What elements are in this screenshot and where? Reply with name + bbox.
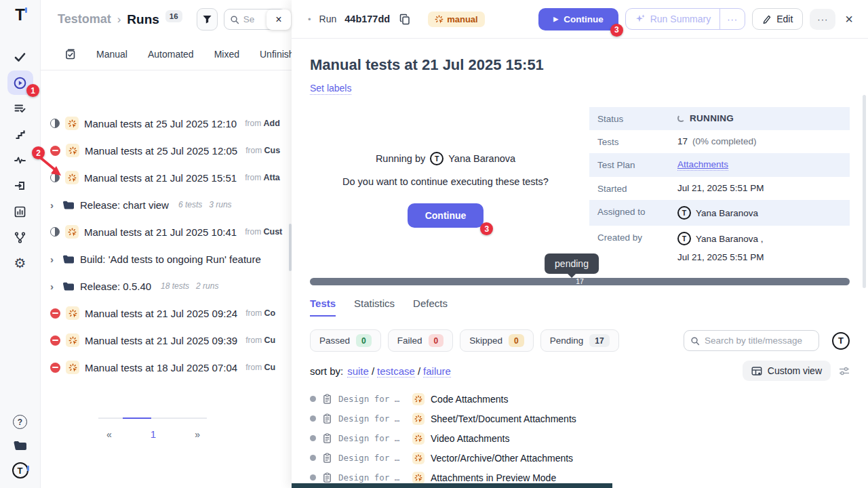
pending-tooltip: pending xyxy=(545,253,599,274)
chip-passed[interactable]: Passed0 xyxy=(310,329,381,352)
status-filter-chips: Passed0 Failed0 Skipped0 Pending17 Searc… xyxy=(310,329,850,352)
tab-mixed[interactable]: Mixed xyxy=(214,49,239,60)
custom-view-button[interactable]: Custom view xyxy=(743,361,831,381)
pagination: « 1 » xyxy=(98,418,207,440)
folder-list-item[interactable]: › Build: 'Add tests to ongoing Run' feat… xyxy=(41,245,293,272)
pagination-page[interactable]: 1 xyxy=(151,428,156,440)
folder-meta: 6 tests3 runs xyxy=(178,200,232,209)
sort-suite-link[interactable]: suite xyxy=(347,365,369,378)
copy-icon[interactable] xyxy=(399,14,410,25)
search-placeholder: Search by title/message xyxy=(705,336,802,346)
chevron-right-icon[interactable]: › xyxy=(50,199,57,211)
test-suite-prefix: Design for … xyxy=(338,472,403,483)
folder-meta: 18 tests2 runs xyxy=(161,281,218,291)
sidebar-item-branches[interactable] xyxy=(7,225,33,249)
sliders-icon[interactable] xyxy=(839,366,850,376)
set-labels-link[interactable]: Set labels xyxy=(310,83,351,95)
more-actions-button[interactable]: ··· xyxy=(810,9,835,30)
status-value: RUNNING xyxy=(690,113,734,123)
test-list-item[interactable]: Design for … Video Attachments xyxy=(310,428,850,448)
chevron-right-icon[interactable]: › xyxy=(50,253,57,265)
info-row-assigned: Assigned to TYana Baranova xyxy=(589,200,850,226)
run-source: from Cu xyxy=(245,336,275,345)
breadcrumb-separator: › xyxy=(117,13,121,26)
sidebar-item-pulse[interactable] xyxy=(7,148,33,172)
sidebar-item-analytics[interactable] xyxy=(7,199,33,224)
runs-list: Manual tests at 25 Jul 2025 12:10 from A… xyxy=(41,110,293,381)
run-list-item[interactable]: Manual tests at 18 Jul 2025 07:04 from C… xyxy=(41,354,293,381)
test-list-item[interactable]: Design for … Sheet/Text/Document Attachm… xyxy=(310,409,850,428)
failed-status-icon xyxy=(50,308,60,319)
gear-icon: ⚙ xyxy=(14,256,26,270)
run-source: from Cus xyxy=(245,146,280,155)
sidebar-item-import[interactable] xyxy=(7,174,33,198)
continue-button[interactable]: ▶ Continue 3 xyxy=(538,8,618,30)
continue-button-center[interactable]: Continue xyxy=(408,203,484,228)
info-row-started: Started Jul 21, 2025 5:51 PM xyxy=(589,177,850,200)
branch-icon xyxy=(14,232,26,243)
tab-unfinished[interactable]: Unfinishe xyxy=(260,49,293,60)
test-suite-prefix: Design for … xyxy=(338,394,403,404)
projects-folder-icon[interactable] xyxy=(13,440,27,451)
info-row-status: Status RUNNING xyxy=(589,107,850,130)
folder-list-item[interactable]: › Release: 0.5.40 18 tests2 runs xyxy=(41,272,293,300)
chip-skipped[interactable]: Skipped0 xyxy=(460,329,533,352)
pagination-next[interactable]: » xyxy=(195,429,200,440)
sidebar-item-tests[interactable] xyxy=(7,45,33,69)
runs-list-panel: Testomat › Runs 16 Se Manual Automated M… xyxy=(41,0,293,488)
run-title: Manual tests at 21 Jul 2025 09:39 xyxy=(85,335,237,346)
search-placeholder: Se xyxy=(243,14,255,24)
account-avatar[interactable]: T xyxy=(12,462,28,479)
chip-pending[interactable]: Pending17 xyxy=(540,329,619,352)
running-status-icon xyxy=(50,227,60,237)
tab-automated[interactable]: Automated xyxy=(148,49,194,60)
tab-statistics[interactable]: Statistics xyxy=(354,298,395,317)
run-source: from Cu xyxy=(245,363,275,372)
run-summary-button[interactable]: Run Summary ··· xyxy=(625,8,745,30)
sidebar-item-plans[interactable] xyxy=(7,96,33,121)
tests-search-input[interactable]: Search by title/message xyxy=(684,330,819,351)
assignee-avatar[interactable]: T xyxy=(832,332,850,350)
run-type-badge: manual xyxy=(428,12,485,27)
run-list-item[interactable]: Manual tests at 21 Jul 2025 09:39 from C… xyxy=(41,327,293,354)
sidebar-item-settings[interactable]: ⚙ xyxy=(7,251,33,275)
manual-spark-icon xyxy=(66,333,79,347)
clipboard-icon xyxy=(322,472,332,483)
filter-button[interactable] xyxy=(197,8,218,30)
page-title: Manual tests at 21 Jul 2025 15:51 xyxy=(310,56,850,74)
run-summary-more-button[interactable]: ··· xyxy=(719,9,745,29)
pagination-prev[interactable]: « xyxy=(106,429,112,440)
chip-failed[interactable]: Failed0 xyxy=(388,329,453,352)
run-list-item[interactable]: Manual tests at 21 Jul 2025 09:24 from C… xyxy=(41,300,293,327)
test-list-item[interactable]: Design for … Code Attachments xyxy=(310,389,850,409)
manual-spark-icon xyxy=(65,171,79,184)
clear-search-button[interactable]: × xyxy=(267,9,291,30)
run-list-item[interactable]: Manual tests at 25 Jul 2025 12:05 from C… xyxy=(41,137,293,164)
run-list-item[interactable]: Manual tests at 25 Jul 2025 12:10 from A… xyxy=(41,110,293,137)
import-icon xyxy=(14,180,26,191)
run-list-item[interactable]: Manual tests at 21 Jul 2025 10:41 from C… xyxy=(41,218,293,245)
tab-manual[interactable]: Manual xyxy=(96,49,127,60)
chevron-right-icon[interactable]: › xyxy=(50,281,57,292)
sort-failure-link[interactable]: failure xyxy=(423,365,451,378)
tab-defects[interactable]: Defects xyxy=(413,298,448,317)
sidebar-item-steps[interactable] xyxy=(7,122,33,146)
run-list-item[interactable]: Manual tests at 21 Jul 2025 15:51 from A… xyxy=(41,164,293,191)
folder-list-item[interactable]: › Release: chart view 6 tests3 runs xyxy=(41,191,293,218)
test-list-item[interactable]: Design for … Vector/Archive/Other Attach… xyxy=(310,448,850,468)
pencil-icon xyxy=(762,14,772,24)
breadcrumb-project[interactable]: Testomat xyxy=(58,12,111,26)
sort-testcase-link[interactable]: testcase xyxy=(377,365,415,378)
manual-spark-icon xyxy=(66,306,79,320)
help-icon[interactable]: ? xyxy=(13,415,27,429)
runs-count-badge: 16 xyxy=(165,10,182,22)
close-icon[interactable]: × xyxy=(842,12,856,27)
edit-button[interactable]: Edit xyxy=(752,8,803,30)
failed-status-icon xyxy=(50,363,60,373)
tab-tests[interactable]: Tests xyxy=(310,298,336,317)
test-plan-link[interactable]: Attachments xyxy=(677,159,728,171)
run-source: from Co xyxy=(245,308,275,318)
sparkle-icon xyxy=(635,14,646,24)
run-title: Manual tests at 21 Jul 2025 10:41 xyxy=(84,226,237,238)
detail-scrollbar[interactable] xyxy=(863,95,866,288)
